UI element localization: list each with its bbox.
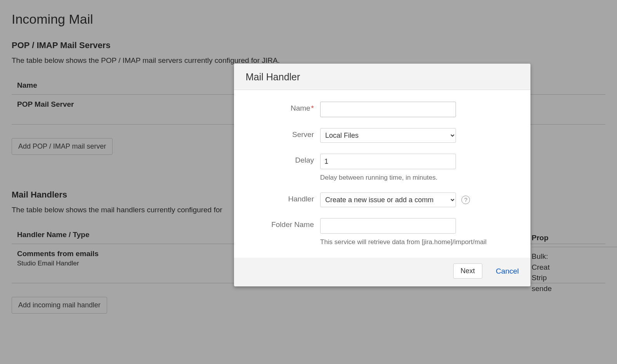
handler-label: Handler bbox=[246, 192, 320, 203]
required-asterisk: * bbox=[311, 104, 314, 112]
folder-help: This service will retrieve data from [ji… bbox=[320, 238, 519, 246]
server-select[interactable]: Local Files bbox=[320, 128, 456, 143]
dialog-body: Name* Server Local Files Delay Delay bet… bbox=[234, 90, 530, 258]
folder-name-input[interactable] bbox=[320, 218, 456, 234]
next-button[interactable]: Next bbox=[453, 263, 482, 279]
server-label: Server bbox=[246, 128, 320, 139]
handler-select[interactable]: Create a new issue or add a comm bbox=[320, 192, 456, 207]
delay-help: Delay between running time, in minutes. bbox=[320, 174, 519, 182]
dialog-footer: Next Cancel bbox=[234, 258, 530, 286]
name-label: Name* bbox=[246, 102, 320, 113]
dialog-title: Mail Handler bbox=[246, 71, 519, 83]
name-input[interactable] bbox=[320, 102, 456, 117]
dialog-header: Mail Handler bbox=[234, 64, 530, 90]
delay-input[interactable] bbox=[320, 154, 456, 169]
help-icon[interactable]: ? bbox=[461, 196, 470, 204]
folder-label: Folder Name bbox=[246, 218, 320, 229]
cancel-button[interactable]: Cancel bbox=[496, 267, 519, 276]
delay-label: Delay bbox=[246, 154, 320, 165]
mail-handler-dialog: Mail Handler Name* Server Local Files De… bbox=[234, 64, 530, 286]
